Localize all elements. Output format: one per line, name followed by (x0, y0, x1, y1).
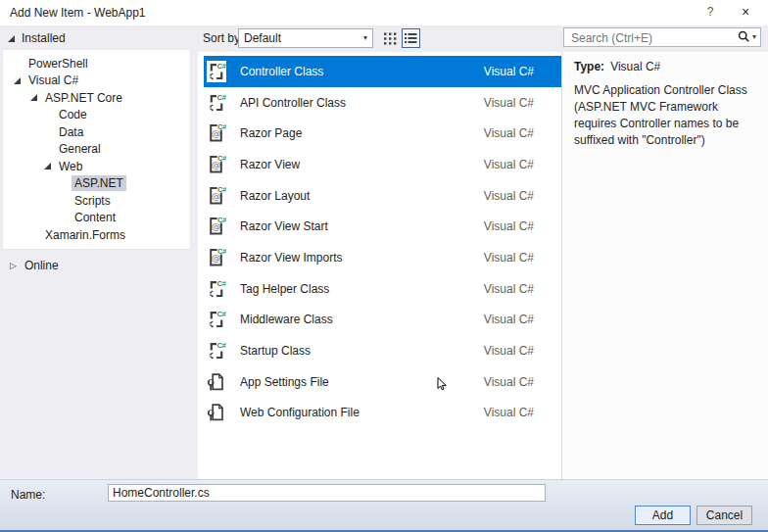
dialog-title: Add New Item - WebApp1 (10, 6, 146, 20)
footer-bar: Name: Add Cancel (0, 479, 768, 530)
category-general[interactable]: General (3, 141, 190, 159)
category-asp-net-core[interactable]: ASP.NET Core (3, 89, 190, 107)
template-razor-view[interactable]: Razor ViewVisual C# (204, 149, 561, 180)
razor-file-icon (207, 122, 226, 144)
help-button[interactable]: ? (697, 2, 723, 23)
collapse-icon[interactable] (14, 77, 21, 84)
razor-file-icon (207, 154, 226, 175)
online-label: Online (24, 259, 59, 272)
details-panel: Type:Visual C# MVC Application Controlle… (563, 52, 768, 479)
template-language: Visual C# (484, 158, 534, 171)
category-label: Scripts (72, 193, 114, 209)
small-icons-view-button[interactable] (381, 28, 400, 48)
category-label: Content (72, 210, 119, 225)
category-label: Web (56, 159, 85, 174)
category-scripts[interactable]: Scripts (3, 192, 190, 210)
csharp-class-icon (207, 340, 226, 362)
template-language: Visual C# (484, 126, 534, 140)
category-label: General (56, 141, 104, 157)
list-view-button[interactable] (402, 28, 420, 48)
csharp-class-icon (207, 309, 226, 330)
template-name: Tag Helper Class (240, 282, 484, 296)
close-button[interactable]: × (733, 2, 758, 23)
type-line: Type:Visual C# (574, 60, 758, 73)
template-razor-view-start[interactable]: Razor View StartVisual C# (204, 211, 561, 242)
category-label: Data (56, 124, 86, 140)
category-data[interactable]: Data (3, 123, 190, 141)
list-view-icon (405, 32, 417, 44)
collapse-icon[interactable] (44, 163, 51, 169)
template-razor-layout[interactable]: Razor LayoutVisual C# (204, 180, 561, 212)
template-app-settings-file[interactable]: App Settings FileVisual C# (204, 366, 561, 398)
template-language: Visual C# (484, 189, 534, 203)
mouse-cursor (437, 377, 449, 392)
template-name: Controller Class (240, 65, 484, 78)
template-language: Visual C# (484, 406, 534, 419)
category-panel: Installed PowerShellVisual C#ASP.NET Cor… (0, 25, 198, 479)
grid-view-icon (383, 31, 398, 46)
name-label: Name: (11, 488, 45, 502)
template-description: MVC Application Controller Class (ASP.NE… (574, 82, 758, 149)
collapse-icon[interactable] (30, 94, 37, 101)
cancel-button[interactable]: Cancel (696, 506, 752, 525)
razor-file-icon (207, 247, 226, 268)
sort-by-dropdown[interactable]: Default ▾ (238, 28, 373, 48)
template-middleware-class[interactable]: Middleware ClassVisual C# (204, 305, 561, 336)
category-asp-net[interactable]: ASP.NET (3, 175, 190, 193)
template-web-configuration-file[interactable]: Web Configuration FileVisual C# (204, 398, 561, 429)
template-startup-class[interactable]: Startup ClassVisual C# (204, 335, 561, 366)
sort-by-value: Default (244, 31, 281, 45)
template-razor-page[interactable]: Razor PageVisual C# (204, 118, 561, 149)
config-file-icon (207, 371, 226, 393)
category-powershell[interactable]: PowerShell (3, 55, 190, 73)
collapse-icon[interactable] (8, 35, 15, 42)
category-code[interactable]: Code (3, 107, 190, 124)
title-bar: Add New Item - WebApp1 ? × (0, 0, 768, 25)
chevron-down-icon: ▾ (363, 33, 367, 42)
template-name: Razor Page (240, 126, 484, 140)
template-language: Visual C# (484, 282, 534, 296)
template-api-controller-class[interactable]: API Controller ClassVisual C# (204, 87, 561, 119)
installed-section-header[interactable]: Installed (8, 31, 66, 45)
category-content[interactable]: Content (3, 210, 190, 227)
template-language: Visual C# (484, 344, 534, 358)
template-name: Razor View Imports (240, 251, 484, 265)
template-name: Middleware Class (240, 313, 484, 326)
template-language: Visual C# (484, 375, 534, 389)
csharp-class-icon (207, 278, 226, 300)
category-label: ASP.NET Core (42, 90, 125, 106)
search-box: ▾ (563, 27, 761, 47)
category-label: Visual C# (25, 73, 81, 88)
template-tag-helper-class[interactable]: Tag Helper ClassVisual C# (204, 273, 561, 305)
template-name: Razor View (240, 158, 484, 171)
razor-file-icon (207, 185, 226, 207)
category-label: ASP.NET (72, 175, 126, 191)
search-icon[interactable] (738, 30, 750, 43)
template-language: Visual C# (484, 251, 534, 265)
type-label: Type: (574, 60, 604, 73)
type-value: Visual C# (610, 60, 660, 73)
template-language: Visual C# (484, 65, 534, 78)
config-file-icon (207, 402, 226, 423)
template-controller-class[interactable]: Controller ClassVisual C# (204, 56, 561, 87)
category-xamarin-forms[interactable]: Xamarin.Forms (3, 226, 190, 244)
template-name: Razor View Start (240, 219, 484, 233)
template-language: Visual C# (484, 313, 534, 326)
expand-icon[interactable]: ▷ (10, 261, 17, 270)
category-label: Xamarin.Forms (42, 227, 128, 243)
add-button[interactable]: Add (635, 506, 691, 525)
category-web[interactable]: Web (3, 158, 190, 175)
installed-label: Installed (22, 31, 66, 45)
category-label: Code (56, 107, 90, 122)
template-razor-view-imports[interactable]: Razor View ImportsVisual C# (204, 242, 561, 273)
online-section-header[interactable]: ▷ Online (10, 259, 59, 272)
category-visual-c[interactable]: Visual C# (3, 73, 190, 90)
search-input[interactable] (569, 29, 725, 47)
name-input[interactable] (108, 484, 546, 502)
template-name: Razor Layout (240, 189, 484, 203)
template-name: Web Configuration File (240, 406, 484, 419)
add-new-item-dialog: Add New Item - WebApp1 ? × Installed Pow… (0, 0, 768, 532)
csharp-class-icon (207, 61, 226, 82)
search-options-chevron-icon[interactable]: ▾ (752, 32, 756, 41)
template-language: Visual C# (484, 96, 534, 110)
